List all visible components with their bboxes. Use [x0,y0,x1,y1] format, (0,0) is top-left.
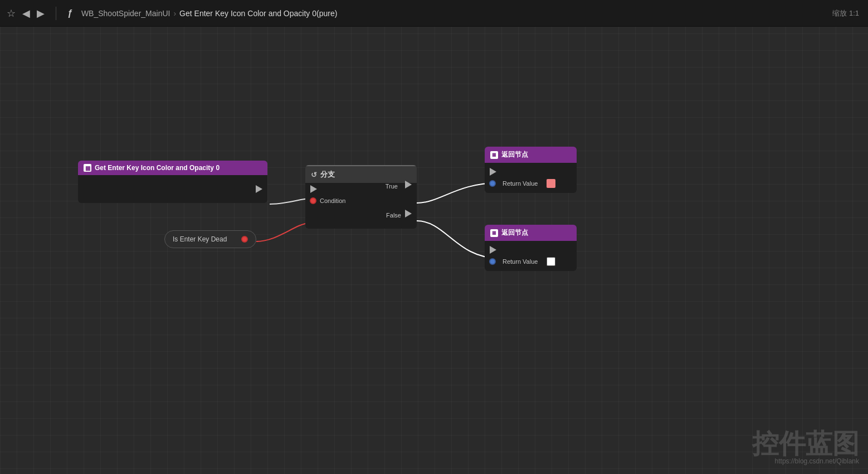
return-false-exec-pin[interactable] [489,246,497,254]
condition-pin[interactable] [310,197,316,204]
node-is-enter-dead-body: Is Enter Key Dead [164,230,256,248]
true-pin-shape [405,181,412,188]
return-true-value-row: Return Value [489,177,572,190]
node-return-false-title: 返回节点 [501,228,528,238]
condition-label: Condition [316,197,349,204]
node-return-false-header: ▦ 返回节点 [485,225,577,241]
breadcrumb-arrow: › [173,9,176,18]
node-is-enter-dead[interactable]: Is Enter Key Dead [164,230,256,248]
function-icon: ƒ [67,8,72,18]
watermark: 控件蓝图 https://blog.csdn.net/Qiblank [752,431,859,465]
node-return-true-header: ▦ 返回节点 [485,147,577,163]
header-nav-icons: ☆ ◀ ▶ ƒ [7,7,72,20]
return-false-color-swatch [547,257,555,266]
return-true-color-swatch [547,179,555,188]
watermark-main-text: 控件蓝图 [752,431,859,457]
breadcrumb: WB_ShootSpider_MainUI › Get Enter Key Ic… [81,9,337,18]
header-separator [56,7,56,20]
zoom-level: 缩放 1:1 [832,8,859,18]
return-true-exec-shape [490,168,496,176]
forward-icon[interactable]: ▶ [37,7,45,20]
return-false-exec-row [489,244,572,255]
return-false-value-label: Return Value [499,258,541,265]
node-branch-body: Condition True False [305,183,417,229]
node-branch-title: 分支 [320,170,335,180]
branch-exec-in-shape [310,185,317,193]
star-icon[interactable]: ☆ [7,7,16,20]
node-get-enter-header: ▦ Get Enter Key Icon Color and Opacity 0 [78,161,267,175]
false-pin-shape [405,210,412,217]
return-false-value-pin[interactable] [489,258,496,265]
node-icon-return-false: ▦ [490,229,498,237]
return-false-value-row: Return Value [489,255,572,268]
exec-out-pin-row [255,183,263,195]
watermark-url: https://blog.csdn.net/Qiblank [752,457,859,465]
branch-exec-in-pin[interactable] [310,185,318,193]
node-return-false[interactable]: ▦ 返回节点 Return Value [485,225,577,271]
node-get-enter-key[interactable]: ▦ Get Enter Key Icon Color and Opacity 0 [78,161,267,203]
node-branch[interactable]: ↺ 分支 Condition True [305,165,417,229]
return-true-exec-row [489,166,572,177]
node-get-enter-body [78,175,267,203]
bool-out-pin[interactable] [241,236,248,243]
false-pin[interactable] [404,210,412,217]
node-get-enter-title: Get Enter Key Icon Color and Opacity 0 [95,164,220,172]
breadcrumb-current: Get Enter Key Icon Color and Opacity 0(p… [179,9,337,18]
return-false-exec-shape [490,246,496,254]
return-true-value-label: Return Value [499,180,541,187]
node-return-false-body: Return Value [485,241,577,271]
connections-layer [0,27,868,474]
is-enter-dead-label: Is Enter Key Dead [173,235,227,243]
blueprint-canvas[interactable]: ▦ Get Enter Key Icon Color and Opacity 0… [0,27,868,474]
return-true-value-pin[interactable] [489,180,496,187]
node-branch-header: ↺ 分支 [305,165,417,183]
node-return-true-body: Return Value [485,163,577,193]
node-return-true-title: 返回节点 [501,150,528,159]
true-pin[interactable] [404,181,412,188]
branch-condition-row: Condition True [305,195,417,206]
refresh-icon: ↺ [311,171,317,179]
true-label-offset: True [382,183,401,190]
breadcrumb-parent[interactable]: WB_ShootSpider_MainUI [81,9,170,18]
node-return-true[interactable]: ▦ 返回节点 Return Value [485,147,577,193]
header-bar: ☆ ◀ ▶ ƒ WB_ShootSpider_MainUI › Get Ente… [0,0,868,27]
exec-out-pin[interactable] [255,185,263,193]
node-icon-get-enter: ▦ [84,164,91,172]
back-icon[interactable]: ◀ [22,7,30,20]
return-true-exec-pin[interactable] [489,168,497,176]
node-icon-return-true: ▦ [490,151,498,159]
false-label: False [386,212,401,219]
exec-out-shape [256,185,262,193]
branch-pins-spacer: False [305,206,417,229]
